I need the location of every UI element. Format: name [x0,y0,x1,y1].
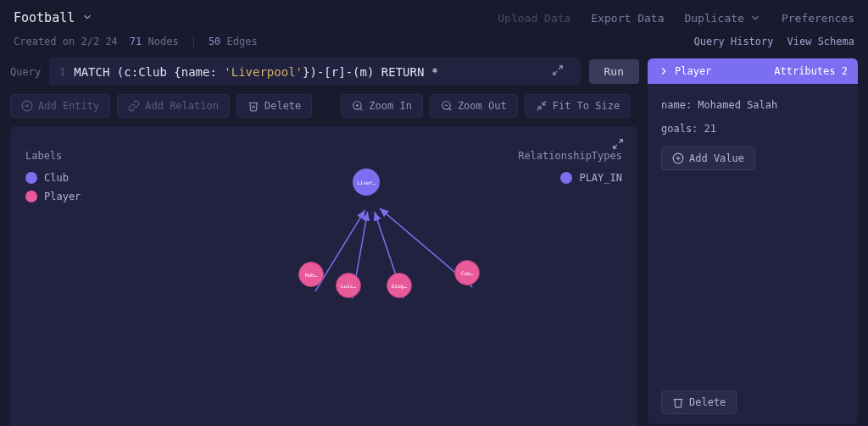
svg-line-1 [553,71,556,75]
player-dot-icon [25,191,37,202]
edges-count: 50 Edges [209,36,258,47]
attributes-panel: Player Attributes 2 name: Mohamed Salah … [648,58,858,424]
query-label: Query [10,66,41,78]
preferences-link[interactable]: Preferences [782,12,854,25]
export-data-link[interactable]: Export Data [591,12,664,25]
attribute-row: goals: 21 [661,123,844,135]
graph-node-club[interactable]: Liver… [353,169,380,196]
query-input[interactable]: 1 MATCH (c:Club {name: 'Liverpool'})-[r]… [49,58,581,86]
delete-button[interactable]: Delete [236,94,312,118]
add-relation-button[interactable]: Add Relation [117,94,230,118]
chevron-right-icon [658,65,670,77]
plus-circle-icon [21,100,33,112]
graph-node-player[interactable]: Luis… [336,273,361,298]
zoom-in-icon [352,100,364,112]
graph-node-player[interactable]: Moh… [298,262,324,287]
expand-icon[interactable] [545,64,570,79]
chevron-down-icon [81,11,93,25]
panel-title: Player [675,65,711,77]
run-button[interactable]: Run [589,59,639,84]
svg-line-6 [360,108,363,111]
legend-playin[interactable]: PLAY_IN [518,172,622,184]
svg-line-14 [619,140,622,143]
graph-node-player[interactable]: Cod… [454,260,480,285]
add-value-button[interactable]: Add Value [661,147,755,170]
duplicate-link[interactable]: Duplicate [684,12,760,25]
minimize-icon [536,100,548,112]
upload-data-link[interactable]: Upload Data [498,12,570,25]
divider: | [191,36,197,47]
plus-circle-icon [672,152,684,164]
legend-player[interactable]: Player [25,191,81,202]
view-schema-link[interactable]: View Schema [787,36,854,47]
chevron-down-icon [749,12,761,24]
club-dot-icon [25,172,37,184]
panel-header[interactable]: Player Attributes 2 [648,58,858,84]
link-icon [128,100,140,112]
attribute-row: name: Mohamed Salah [661,99,844,111]
panel-delete-button[interactable]: Delete [661,390,737,414]
duplicate-label: Duplicate [684,12,743,25]
zoom-out-button[interactable]: Zoom Out [430,94,518,118]
svg-line-15 [614,145,617,148]
zoom-out-icon [441,100,453,112]
svg-line-10 [449,108,452,111]
svg-line-0 [559,66,562,69]
graph-canvas[interactable]: Labels Club Player RelationshipTypes PLA… [10,126,637,426]
zoom-in-button[interactable]: Zoom In [341,94,423,118]
fit-to-size-button[interactable]: Fit To Size [525,94,631,118]
svg-line-12 [542,102,546,105]
attributes-count: Attributes 2 [774,65,848,77]
svg-line-13 [537,107,540,110]
relation-dot-icon [560,172,572,184]
trash-icon [672,396,684,408]
project-title-wrap[interactable]: Football [14,10,93,25]
trash-icon [248,100,259,112]
relationships-heading: RelationshipTypes [518,150,622,162]
project-title: Football [14,10,75,25]
query-history-link[interactable]: Query History [694,36,774,47]
graph-node-player[interactable]: Diog… [387,273,412,298]
legend-club[interactable]: Club [25,172,81,184]
line-number: 1 [59,66,65,78]
nodes-count: 71 Nodes [130,36,179,47]
query-code: MATCH (c:Club {name: 'Liverpool'})-[r]-(… [74,65,536,79]
created-label: Created on 2/2 24 [14,36,118,47]
labels-heading: Labels [25,150,81,162]
add-entity-button[interactable]: Add Entity [10,94,110,118]
